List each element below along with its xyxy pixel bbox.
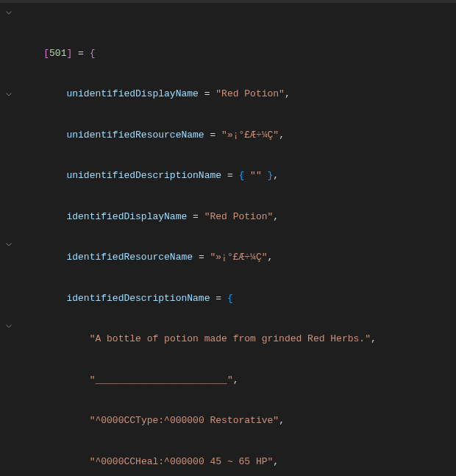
value: »¡°£Æ÷¼Ç [227, 129, 273, 141]
prop-identifiedDisplayName: identifiedDisplayName [66, 211, 187, 222]
value: »¡°£Æ÷¼Ç [215, 252, 261, 263]
fold-toggle[interactable] [0, 6, 18, 20]
fold-toggle[interactable] [0, 238, 18, 252]
value: A bottle of potion made from grinded Red… [95, 333, 365, 344]
fold-toggle[interactable] [0, 319, 18, 333]
value: ^0000CCHeal:^000000 45 ~ 65 HP [95, 456, 267, 467]
value: _______________________ [95, 374, 227, 386]
value: Red Potion [210, 211, 267, 222]
prop-unidentifiedResourceName: unidentifiedResourceName [66, 129, 204, 141]
prop-identifiedResourceName: identifiedResourceName [66, 252, 193, 263]
fold-gutter [0, 3, 18, 476]
code-editor: [501] = { unidentifiedDisplayName = "Red… [0, 3, 456, 476]
value: ^0000CCType:^000000 Restorative [95, 415, 273, 426]
value: Red Potion [221, 88, 279, 99]
value: "" [250, 170, 262, 181]
fold-toggle[interactable] [0, 88, 18, 102]
prop-unidentifiedDescriptionName: unidentifiedDescriptionName [66, 170, 221, 181]
prop-identifiedDescriptionName: identifiedDescriptionName [66, 293, 210, 304]
table-key: 501 [49, 48, 66, 59]
prop-unidentifiedDisplayName: unidentifiedDisplayName [66, 88, 198, 99]
code-area[interactable]: [501] = { unidentifiedDisplayName = "Red… [18, 3, 456, 476]
